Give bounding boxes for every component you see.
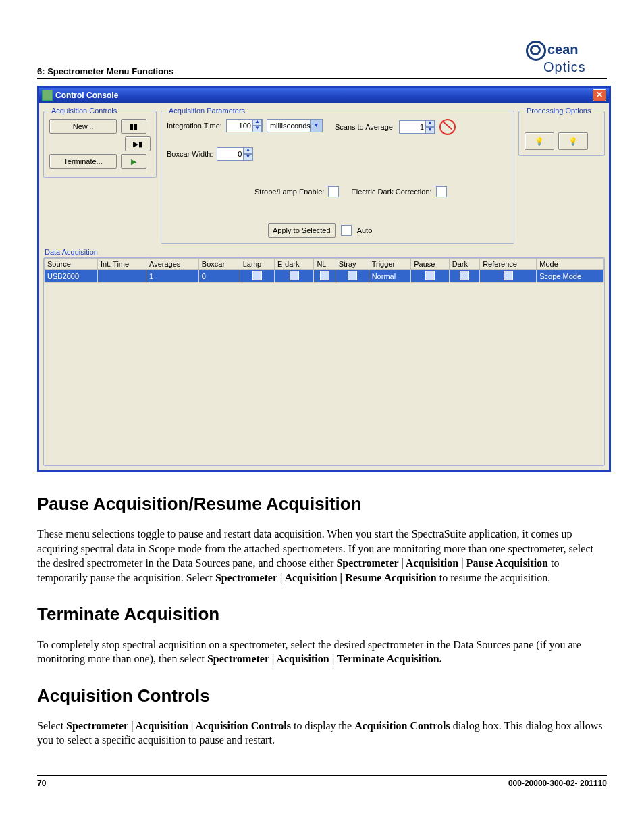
lamp-cell-checkbox[interactable] [252, 271, 262, 280]
dark-bulb-button[interactable]: 💡 [525, 132, 554, 150]
titlebar[interactable]: Control Console ✕ [39, 88, 609, 103]
step-button[interactable]: ▶▮ [125, 136, 151, 151]
processing-options-group: Processing Options 💡 💡 [518, 107, 605, 156]
data-acquisition-table[interactable]: Source Int. Time Averages Boxcar Lamp E-… [44, 258, 604, 283]
integration-time-label: Integration Time: [167, 122, 222, 130]
scans-avg-label: Scans to Average: [335, 123, 395, 131]
brand-logo: cean Optics [526, 41, 607, 76]
section-heading-pause: Pause Acquisition/Resume Acquisition [37, 492, 607, 516]
strobe-lamp-checkbox[interactable] [328, 186, 339, 197]
terminate-button[interactable]: Terminate... [49, 154, 117, 169]
boxcar-input[interactable]: ▲▼ [217, 147, 253, 161]
boxcar-label: Boxcar Width: [167, 150, 213, 158]
pause-cell-checkbox[interactable] [425, 271, 435, 280]
control-console-window: Control Console ✕ Acquisition Controls N… [37, 86, 611, 472]
edark-cell-checkbox[interactable] [290, 271, 299, 280]
paragraph: Select Spectrometer | Acquisition | Acqu… [37, 719, 607, 748]
play-icon: ▶ [131, 157, 136, 166]
edark-label: Electric Dark Correction: [351, 188, 431, 196]
dark-cell-checkbox[interactable] [460, 271, 469, 280]
chapter-label: 6: Spectrometer Menu Functions [37, 66, 173, 76]
nl-cell-checkbox[interactable] [320, 271, 329, 280]
paragraph: These menu selections toggle to pause an… [37, 527, 607, 585]
stray-cell-checkbox[interactable] [348, 271, 357, 280]
logo-swirl-icon [526, 41, 546, 61]
section-heading-acq-controls: Acquisition Controls [37, 684, 607, 708]
step-icon: ▶▮ [133, 140, 142, 149]
pause-icon: ▮▮ [130, 122, 138, 131]
close-icon[interactable]: ✕ [593, 89, 606, 101]
page-number: 70 [37, 779, 46, 788]
acquisition-controls-group: Acquisition Controls New... ▮▮ ▶▮ Termin… [43, 107, 157, 178]
scans-avg-input[interactable]: ▲▼ [399, 120, 435, 134]
page-footer: 70 000-20000-300-02- 201110 [37, 775, 607, 788]
proc-legend: Processing Options [525, 107, 593, 115]
window-title: Control Console [55, 90, 118, 100]
bulb-on-icon: 💡 [568, 137, 578, 146]
strobe-lamp-label: Strobe/Lamp Enable: [254, 188, 324, 196]
play-button[interactable]: ▶ [121, 154, 146, 169]
auto-checkbox[interactable] [341, 225, 352, 236]
acquisition-parameters-group: Acquisition Parameters Integration Time:… [161, 107, 514, 244]
integration-time-input[interactable]: ▲▼ [226, 119, 263, 132]
table-empty-area [44, 283, 604, 465]
auto-label: Auto [357, 226, 373, 234]
edark-checkbox[interactable] [436, 186, 447, 197]
page-header: 6: Spectrometer Menu Functions cean Opti… [37, 41, 607, 79]
acq-controls-legend: Acquisition Controls [49, 107, 119, 115]
apply-to-selected-button[interactable]: Apply to Selected [268, 223, 336, 238]
section-heading-terminate: Terminate Acquisition [37, 602, 607, 626]
data-acq-legend: Data Acquisition [45, 248, 605, 256]
pause-button[interactable]: ▮▮ [121, 119, 146, 134]
cancel-icon[interactable] [439, 119, 456, 135]
bulb-off-icon: 💡 [535, 137, 544, 146]
acq-params-legend: Acquisition Parameters [167, 107, 247, 115]
paragraph: To completely stop spectral acquisition … [37, 637, 607, 667]
reference-cell-checkbox[interactable] [504, 271, 513, 280]
table-header-row: Source Int. Time Averages Boxcar Lamp E-… [45, 259, 604, 270]
light-bulb-button[interactable]: 💡 [558, 132, 588, 150]
spinner-down-icon[interactable]: ▼ [252, 126, 262, 132]
window-icon [42, 90, 53, 101]
new-button[interactable]: New... [49, 119, 117, 134]
document-id: 000-20000-300-02- 201110 [508, 779, 607, 788]
chevron-down-icon[interactable]: ▾ [311, 119, 323, 132]
data-acquisition-section: Data Acquisition Source Int. Time Averag… [39, 248, 609, 470]
table-row[interactable]: USB2000 1 0 Normal Scope [45, 270, 604, 283]
document-body: Pause Acquisition/Resume Acquisition The… [37, 492, 607, 748]
